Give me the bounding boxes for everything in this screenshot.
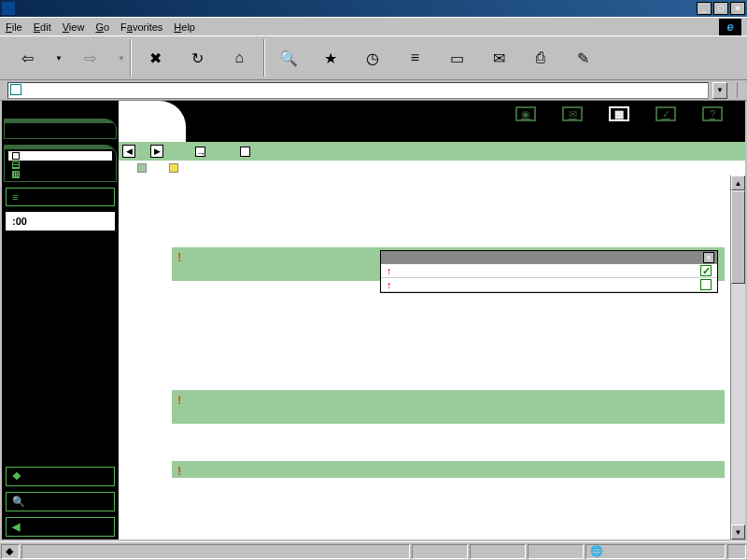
forward-button[interactable]: ⇨ — [64, 37, 116, 78]
date-bar: ◀ ▶ → — [119, 142, 745, 161]
status-icon: ◆ — [1, 544, 20, 559]
sidebar: ≡ :00 ❖ 🔍 ◀ — [2, 101, 119, 539]
todo-checkbox-2[interactable] — [700, 279, 712, 290]
menu-go[interactable]: Go — [95, 21, 109, 33]
conflict-swatch — [169, 163, 178, 173]
app-icon — [2, 2, 15, 15]
appointment-2[interactable]: ! — [172, 390, 725, 424]
address-dropdown[interactable]: ▼ — [712, 82, 727, 99]
show-as-time-button[interactable]: :00 — [6, 212, 115, 231]
logo — [2, 101, 119, 116]
scheduled-swatch — [137, 163, 147, 173]
vertical-scrollbar[interactable]: ▲ ▼ — [730, 175, 745, 539]
next-day-button[interactable]: ▶ — [150, 145, 163, 158]
show-as-list-button[interactable]: ≡ — [6, 188, 115, 206]
address-input[interactable] — [7, 82, 709, 99]
printable-page-button[interactable]: ❖ — [6, 467, 115, 486]
priority-up-icon: ↑ — [387, 279, 396, 290]
minimize-button[interactable]: _ — [697, 2, 712, 15]
prev-day-button[interactable]: ◀ — [122, 145, 135, 158]
time-grid: ! ! ! × ↑ ✓ ↑ — [119, 175, 730, 539]
todos-close-button[interactable]: × — [703, 252, 714, 263]
channels-button[interactable]: ≡ — [394, 37, 436, 78]
address-bar: ▼ — [0, 80, 747, 101]
toolbar: ⇦▼ ⇨▼ ✖ ↻ ⌂ 🔍 ★ ◷ ≡ ▭ ✉ ⎙ ✎ — [0, 35, 747, 80]
view-week[interactable] — [8, 161, 112, 170]
fullscreen-button[interactable]: ▭ — [436, 37, 478, 78]
todo-row-2: ↑ — [381, 278, 717, 292]
close-button[interactable]: × — [730, 2, 745, 15]
menu-view[interactable]: View — [63, 21, 85, 33]
history-button[interactable]: ◷ — [352, 37, 394, 78]
nav-options[interactable]: ✓ — [642, 106, 689, 123]
print-button[interactable]: ⎙ — [520, 37, 562, 78]
status-bar: ◆ 🌐 — [0, 541, 747, 560]
scroll-up-button[interactable]: ▲ — [731, 175, 745, 190]
home-button[interactable]: ⌂ — [218, 37, 261, 78]
view-panel — [4, 145, 117, 182]
edit-button[interactable]: ✎ — [562, 37, 604, 78]
page-icon — [10, 84, 21, 95]
menu-file[interactable]: File — [6, 21, 22, 33]
scroll-thumb[interactable] — [731, 190, 745, 284]
legend — [119, 161, 745, 175]
main: ◉ ✉ ▦ ✓ ? ◀ ▶ → ! ! ! × — [119, 101, 745, 539]
appointment-3[interactable]: ! — [172, 461, 725, 478]
status-message — [21, 544, 410, 559]
create-panel — [4, 119, 117, 139]
ie-logo-icon: e — [719, 19, 741, 35]
security-zone: 🌐 — [585, 544, 726, 559]
goto-date-button[interactable]: → — [195, 147, 208, 157]
search-button[interactable]: 🔍 — [268, 37, 310, 78]
menubar: File Edit View Go Favorites Help e — [0, 17, 747, 35]
todo-row-1: ↑ ✓ — [381, 264, 717, 278]
search-button-side[interactable]: 🔍 — [6, 492, 115, 511]
menu-favorites[interactable]: Favorites — [120, 21, 162, 33]
page-header: ◉ ✉ ▦ ✓ ? — [119, 101, 745, 142]
refresh-button[interactable]: ↻ — [176, 37, 218, 78]
maximize-button[interactable]: □ — [713, 2, 728, 15]
todos-popup: × ↑ ✓ ↑ — [380, 250, 718, 293]
nav-mail[interactable]: ✉ — [549, 106, 596, 123]
nav-mypage[interactable]: ◉ — [502, 106, 549, 123]
todo-checkbox-1[interactable]: ✓ — [700, 265, 712, 276]
today-button[interactable] — [240, 147, 253, 157]
view-day[interactable] — [8, 151, 112, 161]
view-month[interactable] — [8, 170, 112, 179]
priority-up-icon: ↑ — [387, 265, 396, 276]
mail-button[interactable]: ✉ — [478, 37, 520, 78]
window-titlebar: _ □ × — [0, 0, 747, 17]
scroll-down-button[interactable]: ▼ — [731, 525, 745, 539]
nav-help[interactable]: ? — [689, 106, 736, 123]
logout-button[interactable]: ◀ — [6, 517, 115, 537]
links-bar[interactable] — [737, 82, 743, 98]
back-button[interactable]: ⇦ — [2, 37, 53, 78]
favorites-button[interactable]: ★ — [310, 37, 352, 78]
stop-button[interactable]: ✖ — [134, 37, 176, 78]
menu-help[interactable]: Help — [174, 21, 195, 33]
menu-edit[interactable]: Edit — [34, 21, 51, 33]
create-todo[interactable] — [8, 134, 112, 136]
nav-calendar[interactable]: ▦ — [596, 106, 642, 123]
